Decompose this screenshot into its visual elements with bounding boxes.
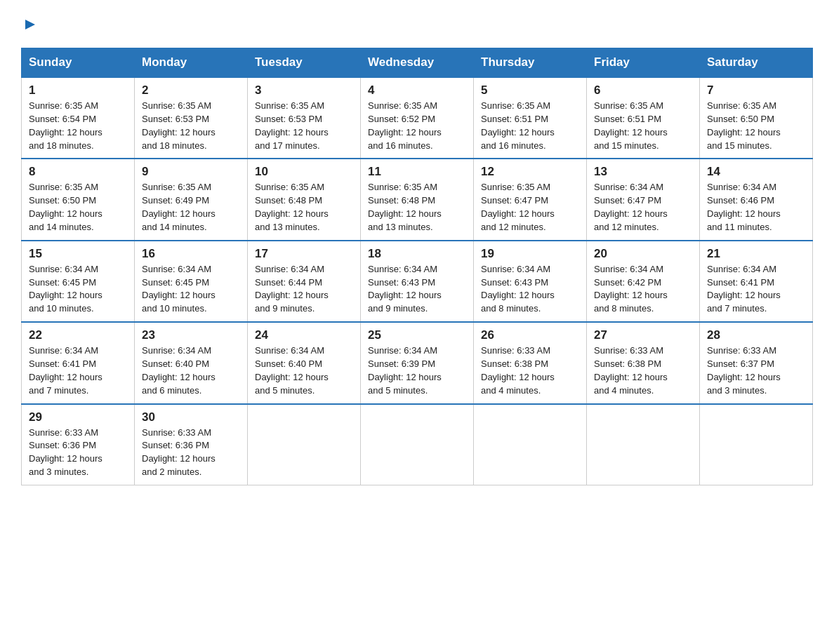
day-number: 5 — [481, 83, 579, 98]
day-info: Sunrise: 6:35 AMSunset: 6:50 PMDaylight:… — [707, 100, 805, 152]
weekday-header-friday: Friday — [587, 48, 700, 78]
calendar-day-cell: 16Sunrise: 6:34 AMSunset: 6:45 PMDayligh… — [135, 241, 248, 322]
calendar-day-cell: 20Sunrise: 6:34 AMSunset: 6:42 PMDayligh… — [587, 241, 700, 322]
calendar-week-row: 29Sunrise: 6:33 AMSunset: 6:36 PMDayligh… — [22, 404, 813, 485]
calendar-day-cell — [474, 404, 587, 485]
day-info: Sunrise: 6:35 AMSunset: 6:50 PMDaylight:… — [29, 181, 127, 234]
page-header — [21, 17, 813, 35]
day-number: 20 — [594, 247, 692, 261]
weekday-header-sunday: Sunday — [22, 48, 135, 78]
day-info: Sunrise: 6:34 AMSunset: 6:47 PMDaylight:… — [594, 181, 692, 234]
day-info: Sunrise: 6:35 AMSunset: 6:53 PMDaylight:… — [255, 100, 353, 152]
calendar-day-cell: 15Sunrise: 6:34 AMSunset: 6:45 PMDayligh… — [22, 241, 135, 322]
day-number: 12 — [481, 165, 579, 179]
day-info: Sunrise: 6:35 AMSunset: 6:51 PMDaylight:… — [481, 100, 579, 152]
calendar-day-cell: 4Sunrise: 6:35 AMSunset: 6:52 PMDaylight… — [361, 77, 474, 159]
day-number: 30 — [142, 410, 240, 424]
calendar-day-cell: 24Sunrise: 6:34 AMSunset: 6:40 PMDayligh… — [248, 322, 361, 403]
calendar-day-cell: 11Sunrise: 6:35 AMSunset: 6:48 PMDayligh… — [361, 159, 474, 240]
day-info: Sunrise: 6:33 AMSunset: 6:36 PMDaylight:… — [29, 427, 127, 479]
calendar-day-cell — [700, 404, 813, 485]
day-info: Sunrise: 6:34 AMSunset: 6:41 PMDaylight:… — [707, 263, 805, 316]
calendar-day-cell: 12Sunrise: 6:35 AMSunset: 6:47 PMDayligh… — [474, 159, 587, 240]
day-info: Sunrise: 6:34 AMSunset: 6:45 PMDaylight:… — [142, 263, 240, 316]
calendar-day-cell: 26Sunrise: 6:33 AMSunset: 6:38 PMDayligh… — [474, 322, 587, 403]
day-info: Sunrise: 6:34 AMSunset: 6:46 PMDaylight:… — [707, 181, 805, 234]
day-number: 8 — [29, 165, 127, 179]
calendar-week-row: 22Sunrise: 6:34 AMSunset: 6:41 PMDayligh… — [22, 322, 813, 403]
day-number: 14 — [707, 165, 805, 179]
weekday-header-saturday: Saturday — [700, 48, 813, 78]
day-info: Sunrise: 6:33 AMSunset: 6:38 PMDaylight:… — [481, 344, 579, 397]
calendar-day-cell: 7Sunrise: 6:35 AMSunset: 6:50 PMDaylight… — [700, 77, 813, 159]
day-number: 26 — [481, 328, 579, 342]
day-info: Sunrise: 6:35 AMSunset: 6:48 PMDaylight:… — [368, 181, 466, 234]
day-info: Sunrise: 6:34 AMSunset: 6:43 PMDaylight:… — [481, 263, 579, 316]
calendar-day-cell: 22Sunrise: 6:34 AMSunset: 6:41 PMDayligh… — [22, 322, 135, 403]
day-number: 15 — [29, 247, 127, 261]
calendar-day-cell: 19Sunrise: 6:34 AMSunset: 6:43 PMDayligh… — [474, 241, 587, 322]
calendar-day-cell: 5Sunrise: 6:35 AMSunset: 6:51 PMDaylight… — [474, 77, 587, 159]
calendar-day-cell — [587, 404, 700, 485]
calendar-day-cell: 21Sunrise: 6:34 AMSunset: 6:41 PMDayligh… — [700, 241, 813, 322]
day-number: 19 — [481, 247, 579, 261]
calendar-day-cell: 27Sunrise: 6:33 AMSunset: 6:38 PMDayligh… — [587, 322, 700, 403]
day-number: 7 — [707, 83, 805, 98]
svg-marker-0 — [25, 20, 35, 29]
day-number: 10 — [255, 165, 353, 179]
calendar-day-cell: 14Sunrise: 6:34 AMSunset: 6:46 PMDayligh… — [700, 159, 813, 240]
calendar-day-cell: 29Sunrise: 6:33 AMSunset: 6:36 PMDayligh… — [22, 404, 135, 485]
weekday-header-monday: Monday — [135, 48, 248, 78]
logo — [21, 17, 38, 35]
day-info: Sunrise: 6:35 AMSunset: 6:51 PMDaylight:… — [594, 100, 692, 152]
day-number: 3 — [255, 83, 353, 98]
day-number: 27 — [594, 328, 692, 342]
calendar-day-cell: 25Sunrise: 6:34 AMSunset: 6:39 PMDayligh… — [361, 322, 474, 403]
weekday-header-thursday: Thursday — [474, 48, 587, 78]
day-number: 9 — [142, 165, 240, 179]
day-info: Sunrise: 6:34 AMSunset: 6:40 PMDaylight:… — [255, 344, 353, 397]
calendar-table: SundayMondayTuesdayWednesdayThursdayFrid… — [21, 48, 813, 485]
day-number: 13 — [594, 165, 692, 179]
day-info: Sunrise: 6:34 AMSunset: 6:40 PMDaylight:… — [142, 344, 240, 397]
calendar-day-cell: 3Sunrise: 6:35 AMSunset: 6:53 PMDaylight… — [248, 77, 361, 159]
calendar-day-cell: 18Sunrise: 6:34 AMSunset: 6:43 PMDayligh… — [361, 241, 474, 322]
calendar-day-cell: 23Sunrise: 6:34 AMSunset: 6:40 PMDayligh… — [135, 322, 248, 403]
day-number: 1 — [29, 83, 127, 98]
day-info: Sunrise: 6:35 AMSunset: 6:53 PMDaylight:… — [142, 100, 240, 152]
calendar-day-cell — [361, 404, 474, 485]
day-number: 4 — [368, 83, 466, 98]
day-number: 6 — [594, 83, 692, 98]
weekday-header-wednesday: Wednesday — [361, 48, 474, 78]
day-info: Sunrise: 6:33 AMSunset: 6:37 PMDaylight:… — [707, 344, 805, 397]
day-info: Sunrise: 6:34 AMSunset: 6:39 PMDaylight:… — [368, 344, 466, 397]
day-number: 28 — [707, 328, 805, 342]
day-info: Sunrise: 6:34 AMSunset: 6:41 PMDaylight:… — [29, 344, 127, 397]
day-info: Sunrise: 6:35 AMSunset: 6:52 PMDaylight:… — [368, 100, 466, 152]
day-number: 18 — [368, 247, 466, 261]
calendar-day-cell: 9Sunrise: 6:35 AMSunset: 6:49 PMDaylight… — [135, 159, 248, 240]
calendar-day-cell: 6Sunrise: 6:35 AMSunset: 6:51 PMDaylight… — [587, 77, 700, 159]
day-info: Sunrise: 6:33 AMSunset: 6:38 PMDaylight:… — [594, 344, 692, 397]
weekday-header-tuesday: Tuesday — [248, 48, 361, 78]
day-info: Sunrise: 6:35 AMSunset: 6:49 PMDaylight:… — [142, 181, 240, 234]
day-info: Sunrise: 6:33 AMSunset: 6:36 PMDaylight:… — [142, 427, 240, 479]
calendar-day-cell: 30Sunrise: 6:33 AMSunset: 6:36 PMDayligh… — [135, 404, 248, 485]
day-number: 17 — [255, 247, 353, 261]
day-number: 23 — [142, 328, 240, 342]
calendar-day-cell: 10Sunrise: 6:35 AMSunset: 6:48 PMDayligh… — [248, 159, 361, 240]
day-number: 25 — [368, 328, 466, 342]
day-info: Sunrise: 6:35 AMSunset: 6:47 PMDaylight:… — [481, 181, 579, 234]
day-number: 22 — [29, 328, 127, 342]
day-info: Sunrise: 6:34 AMSunset: 6:44 PMDaylight:… — [255, 263, 353, 316]
calendar-header-row: SundayMondayTuesdayWednesdayThursdayFrid… — [22, 48, 813, 78]
calendar-day-cell: 28Sunrise: 6:33 AMSunset: 6:37 PMDayligh… — [700, 322, 813, 403]
day-info: Sunrise: 6:34 AMSunset: 6:45 PMDaylight:… — [29, 263, 127, 316]
day-number: 21 — [707, 247, 805, 261]
calendar-day-cell: 8Sunrise: 6:35 AMSunset: 6:50 PMDaylight… — [22, 159, 135, 240]
logo-arrow-icon — [22, 17, 38, 32]
day-number: 2 — [142, 83, 240, 98]
day-number: 16 — [142, 247, 240, 261]
day-number: 29 — [29, 410, 127, 424]
calendar-day-cell: 17Sunrise: 6:34 AMSunset: 6:44 PMDayligh… — [248, 241, 361, 322]
